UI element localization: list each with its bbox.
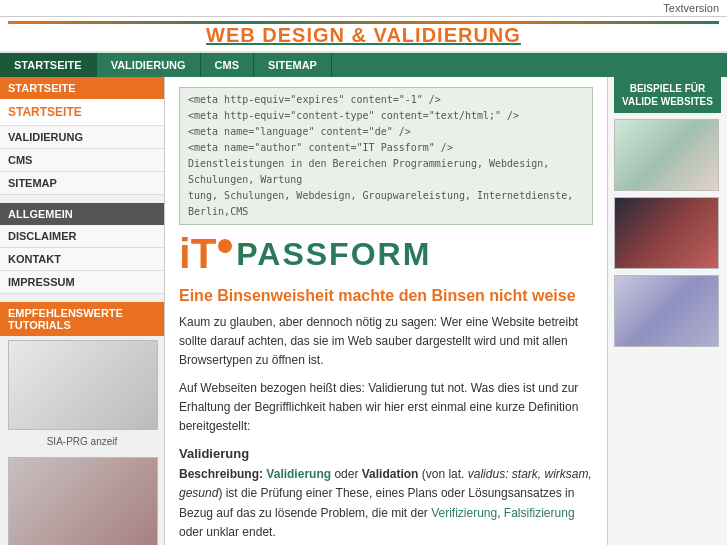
falsifizierung-link[interactable]: Falsifizierung [504, 506, 575, 520]
right-thumb-3 [614, 275, 719, 347]
top-bar: Textversion [0, 0, 727, 17]
header: WEB DESIGN & VALIDIERUNG [0, 17, 727, 53]
sidebar-item-validierung[interactable]: VALIDIERUNG [0, 126, 164, 149]
right-thumb-3-inner [615, 276, 718, 346]
sidebar-item-impressum[interactable]: IMPRESSUM [0, 271, 164, 294]
definition-text: Beschreibung: Validierung oder Validatio… [179, 465, 593, 542]
logo-it: iT [179, 233, 232, 275]
sidebar-section-allgemein: ALLGEMEIN [0, 203, 164, 225]
validierung-link[interactable]: Validierung [266, 467, 331, 481]
code-line-2: <meta http-equiv="content-type" content=… [188, 108, 584, 124]
verifizierung-link[interactable]: Verifizierung [431, 506, 497, 520]
article-para2: Auf Webseiten bezogen heißt dies: Validi… [179, 379, 593, 437]
sidebar-item-cms[interactable]: CMS [0, 149, 164, 172]
layout: STARTSEITE STARTSEITE VALIDIERUNG CMS SI… [0, 77, 727, 545]
code-description2: tung, Schulungen, Webdesign, Groupwarele… [188, 188, 584, 220]
nav-sitemap[interactable]: SITEMAP [254, 53, 332, 77]
sidebar-item-disclaimer[interactable]: DISCLAIMER [0, 225, 164, 248]
definition-title: Validierung [179, 446, 593, 461]
sidebar-active-item: STARTSEITE [0, 99, 164, 126]
right-sidebar: BEISPIELE FÜR VALIDE WEBSITES [607, 77, 727, 545]
code-line-4: <meta name="author" content="IT Passform… [188, 140, 584, 156]
logo-passform: PASSFORM [236, 236, 431, 273]
code-description1: Dienstleistungen in den Bereichen Progra… [188, 156, 584, 188]
sidebar-item-sitemap[interactable]: SITEMAP [0, 172, 164, 195]
navbar: STARTSEITE VALIDIERUNG CMS SITEMAP [0, 53, 727, 77]
code-block: <meta http-equiv="expires" content="-1" … [179, 87, 593, 225]
right-thumb-2 [614, 197, 719, 269]
sidebar-section-tutorials: EMPFEHLENSWERTE TUTORIALS [0, 302, 164, 336]
sidebar: STARTSEITE STARTSEITE VALIDIERUNG CMS SI… [0, 77, 165, 545]
nav-cms[interactable]: CMS [201, 53, 254, 77]
sidebar-section-startseite: STARTSEITE [0, 77, 164, 99]
textversion-label: Textversion [663, 2, 719, 14]
right-thumb-2-inner [615, 198, 718, 268]
right-thumb-1 [614, 119, 719, 191]
sidebar-thumbnail-2 [8, 457, 158, 545]
right-thumb-1-inner [615, 120, 718, 190]
sidebar-item-kontakt[interactable]: KONTAKT [0, 248, 164, 271]
header-title: WEB DESIGN & VALIDIERUNG [8, 24, 719, 47]
sidebar-thumbnail-1 [8, 340, 158, 430]
code-line-3: <meta name="language" content="de" /> [188, 124, 584, 140]
main-content: <meta http-equiv="expires" content="-1" … [165, 77, 607, 545]
code-line-1: <meta http-equiv="expires" content="-1" … [188, 92, 584, 108]
nav-validierung[interactable]: VALIDIERUNG [97, 53, 201, 77]
sidebar-thumb1-label: SIA-PRG anzeif [0, 434, 164, 453]
nav-startseite[interactable]: STARTSEITE [0, 53, 97, 77]
article-title: Eine Binsenweisheit machte den Binsen ni… [179, 287, 593, 305]
article-intro: Kaum zu glauben, aber dennoch nötig zu s… [179, 313, 593, 371]
right-sidebar-title: BEISPIELE FÜR VALIDE WEBSITES [614, 77, 721, 113]
logo-area: iT PASSFORM [179, 233, 593, 275]
